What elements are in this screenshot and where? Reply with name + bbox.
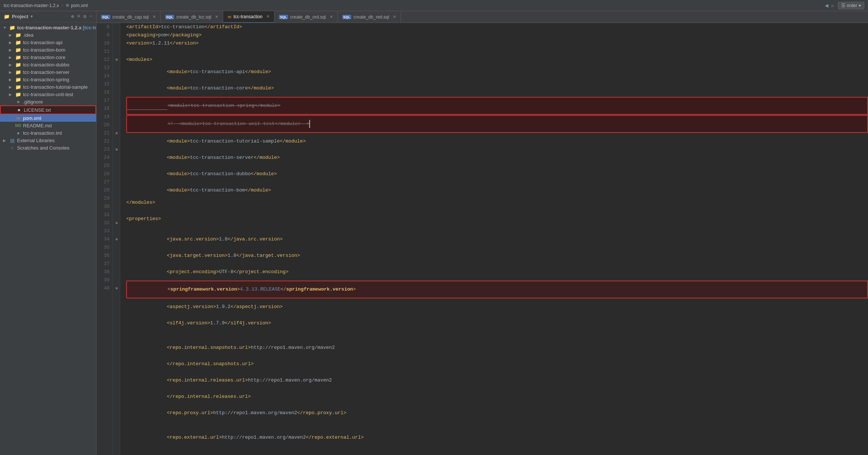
iml-label: tcc-transaction.iml bbox=[23, 130, 62, 136]
code-line-10: <version>1.2.11</version> bbox=[126, 39, 868, 48]
tab-create-db-cap[interactable]: SQL create_db_cap.sql ✕ bbox=[97, 11, 161, 23]
order-button[interactable]: ☰ order ▾ bbox=[838, 2, 864, 9]
title-bar: tcc-transaction-master-1.2.x › m pom.xml… bbox=[0, 0, 868, 11]
nav-back-icon[interactable]: ◀ bbox=[825, 2, 829, 9]
tree-root-item[interactable]: ▼ 📁 tcc-transaction-master-1.2.x [tcc-tr… bbox=[0, 24, 96, 31]
tab-label-5: create_db_red.sql bbox=[353, 14, 389, 20]
tab-create-db-red[interactable]: SQL create_db_red.sql ✕ bbox=[338, 11, 401, 23]
sidebar-item-spring[interactable]: ▶ 📁 tcc-transaction-spring bbox=[0, 76, 96, 83]
gutter-29 bbox=[113, 194, 120, 203]
project-folder-icon: 📁 bbox=[4, 14, 10, 20]
sidebar-item-external-libs[interactable]: ▶ ▤ External Libraries bbox=[0, 137, 96, 144]
gutter-20 bbox=[113, 121, 120, 129]
tab-label-1: create_db_cap.sql bbox=[112, 14, 149, 20]
sidebar-collapse-icon[interactable]: ≡ bbox=[77, 13, 80, 20]
sidebar-item-unit-test[interactable]: ▶ 📁 tcc-transaction-unit-test bbox=[0, 91, 96, 98]
sidebar-title: Project bbox=[12, 14, 28, 19]
bom-arrow: ▶ bbox=[9, 48, 15, 52]
code-line-36: <repo.proxy.url>http://repo1.maven.org/m… bbox=[126, 405, 868, 421]
gutter-36 bbox=[113, 252, 120, 260]
sidebar-item-core[interactable]: ▶ 📁 tcc-transaction-core bbox=[0, 53, 96, 61]
spring-folder-icon: 📁 bbox=[15, 76, 22, 82]
code-line-25: <java.src.version>1.8</java.src.version> bbox=[126, 231, 868, 248]
code-editor[interactable]: 8 9 10 11 12 13 14 15 16 17 18 19 20 21 … bbox=[97, 23, 868, 455]
nav-forward-icon[interactable]: ▶ bbox=[831, 2, 835, 9]
root-folder-icon: 📁 bbox=[9, 24, 16, 30]
code-content[interactable]: <artifactId>tcc-transaction</artifactId>… bbox=[120, 23, 868, 455]
gutter-33 bbox=[113, 227, 120, 235]
sidebar-item-tutorial[interactable]: ▶ 📁 tcc-transaction-tutorial-sample bbox=[0, 83, 96, 91]
readme-label: README.md bbox=[23, 123, 52, 128]
sidebar-header-icons: ⊕ ≡ ⚙ − bbox=[71, 13, 92, 20]
gutter-39 bbox=[113, 276, 120, 284]
gutter-24 bbox=[113, 154, 120, 162]
idea-folder-icon: 📁 bbox=[15, 32, 22, 38]
code-line-21: </modules> bbox=[126, 199, 868, 207]
code-line-9: <packaging>pom</packaging> bbox=[126, 31, 868, 39]
tab-bar: SQL create_db_cap.sql ✕ SQL create_db_tc… bbox=[97, 11, 868, 23]
code-line-20: <module>tcc-transaction-bom</module> bbox=[126, 182, 868, 199]
code-line-31 bbox=[126, 331, 868, 340]
gutter-27 bbox=[113, 178, 120, 186]
sidebar-item-idea[interactable]: ▶ 📁 .idea bbox=[0, 31, 96, 39]
code-line-33: </repo.internal.snapshots.url> bbox=[126, 356, 868, 372]
sidebar-item-iml[interactable]: ▶ ■ tcc-transaction.iml bbox=[0, 129, 96, 137]
sidebar-item-gitignore[interactable]: ▶ ■ .gitignore bbox=[0, 98, 96, 105]
sidebar-item-server[interactable]: ▶ 📁 tcc-transaction-server bbox=[0, 68, 96, 76]
tab-tcc-transaction[interactable]: m tcc-transaction ✕ bbox=[223, 11, 274, 23]
sidebar-item-api[interactable]: ▶ 📁 tcc-transaction-api bbox=[0, 39, 96, 46]
gutter-40[interactable]: ⋇ bbox=[113, 284, 120, 292]
core-label: tcc-transaction-core bbox=[23, 55, 65, 60]
code-line-14: <module>tcc-transaction-core</module> bbox=[126, 80, 868, 96]
project-dropdown-icon[interactable]: ▼ bbox=[30, 14, 33, 19]
ext-libs-arrow: ▶ bbox=[3, 138, 9, 143]
gutter-34[interactable]: ⋇ bbox=[113, 235, 120, 243]
tab-close-5[interactable]: ✕ bbox=[393, 14, 396, 19]
gutter-22 bbox=[113, 137, 120, 145]
code-line-16: <!--<module>tcc-transaction-unit-test</m… bbox=[126, 115, 868, 133]
tab-create-db-tcc[interactable]: SQL create_db_tcc.sql ✕ bbox=[161, 11, 223, 23]
code-line-32: <repo.internal.snapshots.url>http://repo… bbox=[126, 340, 868, 356]
gutter-12[interactable]: ⋇ bbox=[113, 56, 120, 64]
code-line-30: <slf4j.version>1.7.9</slf4j.version> bbox=[126, 315, 868, 331]
tab-close-1[interactable]: ✕ bbox=[153, 14, 156, 19]
tab-close-3[interactable]: ✕ bbox=[266, 14, 270, 19]
gutter-32[interactable]: ⋇ bbox=[113, 219, 120, 227]
gutter-area: ⋇ ⋇ ⋇ ⋇ bbox=[113, 23, 120, 455]
tab-close-4[interactable]: ✕ bbox=[330, 14, 333, 19]
gitignore-file-icon: ■ bbox=[15, 99, 22, 105]
tab-close-2[interactable]: ✕ bbox=[215, 14, 218, 19]
order-dropdown-icon: ▾ bbox=[859, 3, 861, 8]
tab-create-db-ord[interactable]: SQL create_db_ord.sql ✕ bbox=[274, 11, 338, 23]
editor-area: SQL create_db_cap.sql ✕ SQL create_db_tc… bbox=[97, 11, 868, 455]
sidebar-item-pom[interactable]: ▶ m pom.xml bbox=[0, 114, 96, 122]
sidebar-item-scratches[interactable]: ○ Scratches and Consoles bbox=[0, 144, 96, 151]
sidebar-locate-icon[interactable]: ⊕ bbox=[71, 13, 74, 20]
root-arrow: ▼ bbox=[3, 26, 9, 30]
ext-libs-label: External Libraries bbox=[17, 138, 55, 143]
sidebar-settings-icon[interactable]: ⚙ bbox=[83, 13, 86, 20]
gutter-25 bbox=[113, 162, 120, 170]
dubbo-folder-icon: 📁 bbox=[15, 62, 22, 68]
code-line-34: <repo.internal.releases.url>http://repo1… bbox=[126, 372, 868, 389]
sidebar-minimize-icon[interactable]: − bbox=[89, 13, 92, 20]
sidebar-item-readme[interactable]: ▶ MD README.md bbox=[0, 122, 96, 129]
code-line-28: <springframework.version>4.3.13.RELEASE<… bbox=[126, 281, 868, 298]
tab-label-3: tcc-transaction bbox=[234, 14, 262, 19]
sidebar-item-bom[interactable]: ▶ 📁 tcc-transaction-bom bbox=[0, 46, 96, 53]
bom-folder-icon: 📁 bbox=[15, 47, 22, 53]
gutter-11 bbox=[113, 48, 120, 56]
gutter-21[interactable]: ⋇ bbox=[113, 129, 120, 137]
tab-label-2: create_db_tcc.sql bbox=[176, 14, 211, 20]
spring-label: tcc-transaction-spring bbox=[23, 77, 69, 82]
idea-label: .idea bbox=[23, 32, 33, 38]
sidebar-header: 📁 Project ▼ ⊕ ≡ ⚙ − bbox=[0, 11, 96, 22]
gutter-10 bbox=[113, 39, 120, 48]
tab-label-4: create_db_ord.sql bbox=[290, 14, 326, 20]
api-label: tcc-transaction-api bbox=[23, 40, 62, 45]
bom-label: tcc-transaction-bom bbox=[23, 47, 65, 53]
sidebar-item-license[interactable]: ▶ ■ LICENSE.txt bbox=[0, 105, 96, 114]
gutter-23[interactable]: ⋇ bbox=[113, 145, 120, 154]
title-project-name: tcc-transaction-master-1.2.x bbox=[4, 3, 59, 8]
sidebar-item-dubbo[interactable]: ▶ 📁 tcc-transaction-dubbo bbox=[0, 61, 96, 68]
